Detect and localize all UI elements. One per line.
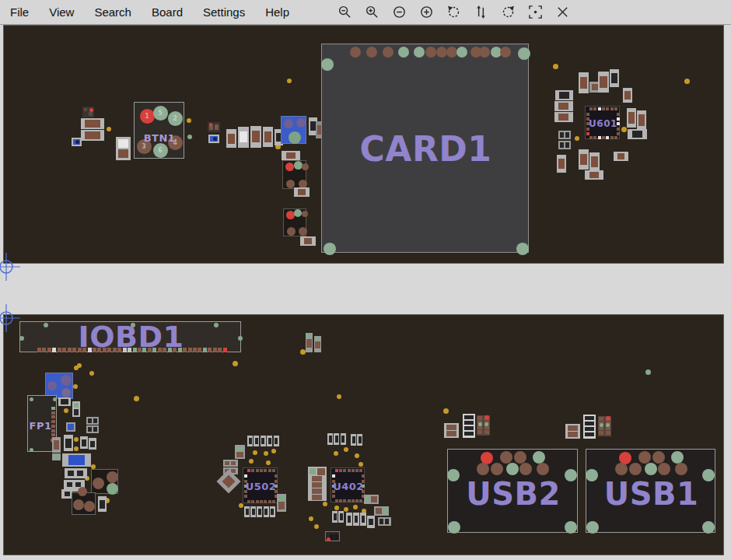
resistor[interactable] (614, 152, 628, 161)
capacitor[interactable] (444, 423, 459, 438)
resistor[interactable] (585, 170, 603, 180)
capacitor[interactable] (463, 414, 475, 438)
capacitor[interactable] (364, 495, 379, 504)
resistor[interactable] (579, 149, 589, 170)
component-blue[interactable] (66, 422, 75, 432)
menu-view[interactable]: View (39, 5, 84, 19)
capacitor[interactable] (558, 131, 571, 139)
capacitor[interactable] (346, 513, 352, 526)
capacitor[interactable] (565, 424, 580, 439)
capacitor[interactable] (583, 415, 596, 439)
capacitor[interactable] (558, 141, 571, 149)
chip-grid[interactable] (598, 416, 611, 436)
component-led[interactable] (62, 453, 91, 467)
toolbar-zoom-in-button[interactable] (362, 3, 381, 22)
chip-small[interactable] (325, 531, 340, 541)
capacitor[interactable] (267, 436, 272, 446)
capacitor[interactable] (52, 453, 61, 460)
resistor[interactable] (554, 101, 573, 111)
capacitor[interactable] (65, 468, 87, 478)
capacitor[interactable] (327, 433, 333, 445)
component-blue-square[interactable] (281, 116, 306, 144)
capacitor[interactable] (89, 438, 96, 450)
chip-grid[interactable] (477, 415, 490, 436)
resistor[interactable] (81, 118, 104, 129)
toolbar-close-button[interactable] (553, 3, 572, 22)
capacitor[interactable] (250, 506, 256, 517)
capacitor[interactable] (274, 436, 279, 446)
toolbar-flip-vertical-button[interactable] (471, 3, 490, 22)
toolbar-rotate-cw-button[interactable] (498, 3, 517, 22)
capacitor[interactable] (98, 496, 107, 512)
capacitor[interactable] (555, 90, 573, 100)
menu-file[interactable]: File (0, 5, 39, 19)
capacitor[interactable] (257, 506, 262, 517)
component-crystal[interactable] (282, 160, 306, 189)
capacitor[interactable] (628, 129, 647, 139)
resistor[interactable] (627, 108, 636, 128)
toolbar-zoom-out-button[interactable] (335, 3, 354, 22)
resistor[interactable] (300, 236, 316, 246)
resistor[interactable] (557, 155, 566, 173)
capacitor[interactable] (254, 436, 259, 446)
chip-small[interactable] (82, 107, 94, 117)
capacitor[interactable] (306, 333, 313, 352)
resistor[interactable] (250, 126, 261, 148)
capacitor[interactable] (353, 513, 359, 526)
component-u402[interactable]: U402 (331, 467, 365, 502)
capacitor[interactable] (244, 506, 250, 517)
capacitor[interactable] (334, 433, 339, 445)
capacitor[interactable] (270, 506, 275, 517)
resistor[interactable] (81, 130, 104, 141)
component-blue[interactable] (208, 135, 219, 143)
resistor[interactable] (554, 112, 573, 122)
component-usb1[interactable]: USB1 (586, 449, 715, 533)
component-crystal[interactable] (283, 208, 306, 236)
resistor[interactable] (589, 152, 600, 171)
capacitor[interactable] (86, 417, 99, 425)
component-crystal[interactable] (91, 469, 118, 494)
capacitor[interactable] (610, 69, 619, 87)
capacitor[interactable] (357, 434, 362, 446)
resistor[interactable] (282, 151, 300, 160)
capacitor[interactable] (378, 517, 391, 526)
capacitor[interactable] (247, 436, 253, 446)
resistor[interactable] (623, 88, 632, 103)
capacitor[interactable] (223, 460, 238, 467)
capacitor[interactable] (264, 506, 269, 517)
capacitor[interactable] (86, 425, 99, 433)
resistor[interactable] (637, 110, 646, 130)
capacitor[interactable] (341, 433, 346, 445)
component-card1[interactable]: CARD1 (321, 44, 529, 253)
capacitor[interactable] (351, 434, 356, 446)
capacitor[interactable] (338, 511, 344, 523)
resistor[interactable] (238, 127, 249, 148)
resistor[interactable] (52, 437, 61, 453)
capacitor[interactable] (277, 494, 286, 512)
resistor[interactable] (226, 129, 236, 148)
menu-help[interactable]: Help (255, 5, 299, 19)
component-btn1[interactable]: 152364BTN1 (134, 102, 184, 159)
component-iobd1[interactable]: IOBD1 (19, 321, 241, 352)
capacitor[interactable] (332, 511, 338, 523)
capacitor[interactable] (80, 436, 88, 449)
capacitor[interactable] (367, 516, 375, 528)
component-crystal[interactable] (72, 492, 96, 515)
component-blue[interactable] (72, 138, 82, 146)
resistor[interactable] (579, 72, 589, 93)
resistor[interactable] (598, 72, 609, 93)
capacitor[interactable] (64, 435, 73, 451)
capacitor[interactable] (235, 445, 245, 459)
toolbar-plus-circle-button[interactable] (417, 3, 435, 22)
component-u502[interactable]: U502 (243, 467, 278, 503)
capacitor[interactable] (360, 513, 366, 526)
resistor[interactable] (263, 127, 273, 147)
toolbar-minus-circle-button[interactable] (390, 3, 408, 22)
component-connector[interactable] (308, 467, 327, 501)
toolbar-center-focus-button[interactable] (526, 3, 544, 22)
component-u601[interactable]: U601 (585, 106, 620, 139)
capacitor[interactable] (261, 436, 266, 446)
board-viewport[interactable]: 152364BTN1CARD1U601IOBD1FP1U502U402USB2U… (0, 0, 731, 560)
component-usb2[interactable]: USB2 (447, 449, 578, 533)
capacitor[interactable] (314, 336, 321, 352)
